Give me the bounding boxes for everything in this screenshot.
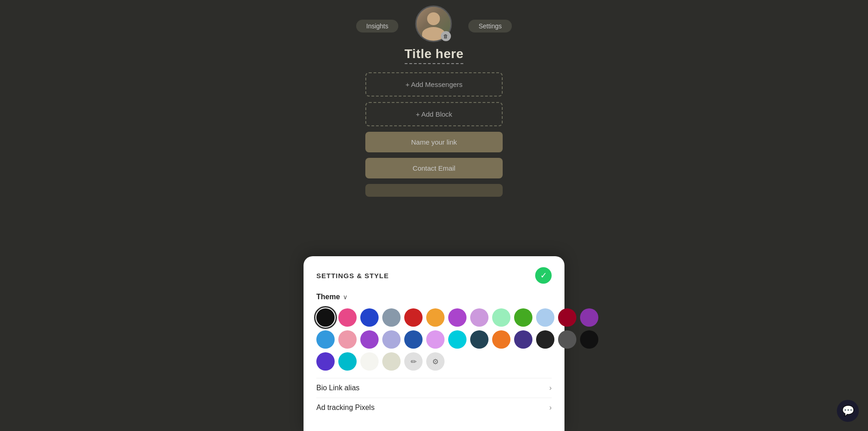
custom-color-swatch[interactable]: ✏ bbox=[404, 352, 423, 371]
lavender-swatch[interactable] bbox=[382, 330, 401, 349]
dark-red-swatch[interactable] bbox=[558, 308, 576, 327]
pale-purple-swatch[interactable] bbox=[426, 330, 445, 349]
cyan-swatch[interactable] bbox=[448, 330, 467, 349]
blue-swatch[interactable] bbox=[360, 308, 379, 327]
name-link-button[interactable]: Name your link bbox=[365, 132, 503, 152]
navy-swatch[interactable] bbox=[404, 330, 423, 349]
avatar-delete-button[interactable]: 🗑 bbox=[441, 31, 451, 41]
teal-swatch[interactable] bbox=[338, 352, 357, 371]
white-swatch[interactable] bbox=[360, 352, 379, 371]
settings-button[interactable]: Settings bbox=[468, 20, 512, 32]
settings-panel: SETTINGS & STYLE ✓ Theme ∨ ✏⚙ Bio Link a… bbox=[304, 256, 564, 431]
background: Insights 🗑 Settings Title here + Add Mes… bbox=[0, 0, 868, 431]
black2-swatch[interactable] bbox=[580, 330, 598, 349]
top-content-area: Insights 🗑 Settings Title here + Add Mes… bbox=[352, 0, 516, 197]
insights-button[interactable]: Insights bbox=[356, 20, 398, 32]
light-tan-swatch[interactable] bbox=[382, 352, 401, 371]
color-row-2 bbox=[316, 330, 552, 349]
color-row-1 bbox=[316, 308, 552, 327]
slate-gray-swatch[interactable] bbox=[382, 308, 401, 327]
black-swatch[interactable] bbox=[316, 308, 335, 327]
near-black-swatch[interactable] bbox=[536, 330, 554, 349]
page-title[interactable]: Title here bbox=[405, 47, 464, 64]
violet-swatch[interactable] bbox=[580, 308, 598, 327]
amber-swatch[interactable] bbox=[492, 330, 510, 349]
theme-label: Theme bbox=[316, 293, 340, 301]
add-block-button[interactable]: + Add Block bbox=[365, 102, 503, 126]
purple-swatch[interactable] bbox=[448, 308, 467, 327]
trash-icon: 🗑 bbox=[443, 33, 448, 39]
light-pink-swatch[interactable] bbox=[338, 330, 357, 349]
medium-purple-swatch[interactable] bbox=[360, 330, 379, 349]
mint-swatch[interactable] bbox=[492, 308, 510, 327]
orange-swatch[interactable] bbox=[426, 308, 445, 327]
chevron-down-icon: ∨ bbox=[343, 293, 347, 301]
dark-teal-swatch[interactable] bbox=[470, 330, 488, 349]
settings-title: SETTINGS & STYLE bbox=[316, 272, 389, 280]
ad-tracking-row[interactable]: Ad tracking Pixels › bbox=[316, 398, 552, 417]
settings-header: SETTINGS & STYLE ✓ bbox=[316, 267, 552, 284]
green-swatch[interactable] bbox=[514, 308, 532, 327]
sky-blue-swatch[interactable] bbox=[536, 308, 554, 327]
avatar-wrapper: 🗑 bbox=[415, 5, 452, 42]
partial-button[interactable] bbox=[365, 184, 503, 197]
add-messengers-button[interactable]: + Add Messengers bbox=[365, 72, 503, 97]
ad-tracking-label: Ad tracking Pixels bbox=[316, 404, 374, 412]
nav-row: Insights 🗑 Settings bbox=[356, 10, 512, 42]
red-swatch[interactable] bbox=[404, 308, 423, 327]
theme-section-header[interactable]: Theme ∨ bbox=[316, 293, 552, 301]
light-purple-swatch[interactable] bbox=[470, 308, 488, 327]
arrow-right-icon-2: › bbox=[549, 404, 552, 412]
check-icon: ✓ bbox=[540, 270, 547, 280]
dark-gray-swatch[interactable] bbox=[558, 330, 576, 349]
contact-email-button[interactable]: Contact Email bbox=[365, 158, 503, 178]
bio-link-label: Bio Link alias bbox=[316, 384, 359, 392]
settings-color-swatch[interactable]: ⚙ bbox=[426, 352, 445, 371]
color-row-3: ✏⚙ bbox=[316, 352, 552, 371]
deep-purple-swatch[interactable] bbox=[316, 352, 335, 371]
indigo-swatch[interactable] bbox=[514, 330, 532, 349]
bio-link-row[interactable]: Bio Link alias › bbox=[316, 378, 552, 398]
blocks-area: + Add Messengers + Add Block Name your l… bbox=[352, 72, 516, 197]
color-grid: ✏⚙ bbox=[316, 308, 552, 371]
arrow-right-icon: › bbox=[549, 384, 552, 392]
chat-icon: 💬 bbox=[842, 405, 854, 417]
chat-widget[interactable]: 💬 bbox=[837, 400, 859, 422]
confirm-button[interactable]: ✓ bbox=[535, 267, 552, 284]
light-blue-swatch[interactable] bbox=[316, 330, 335, 349]
hot-pink-swatch[interactable] bbox=[338, 308, 357, 327]
